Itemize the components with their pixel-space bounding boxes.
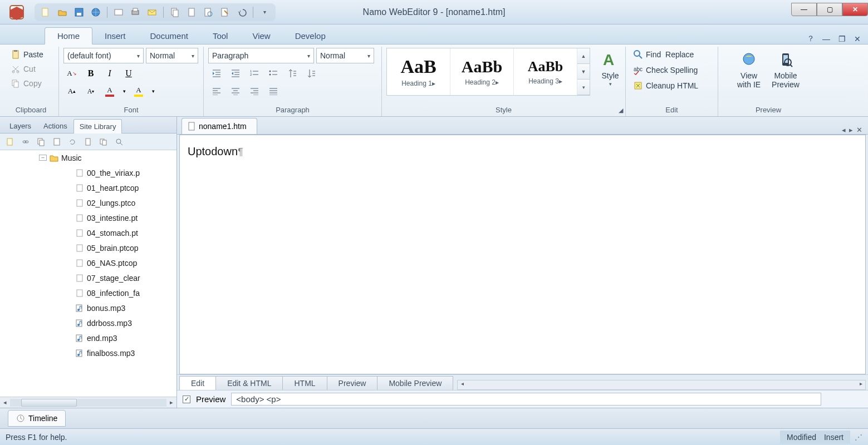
print-icon[interactable] <box>127 4 143 20</box>
mobile-preview-button[interactable]: Mobile Preview <box>768 48 803 91</box>
style-dialog-launcher-icon[interactable]: ◢ <box>619 107 623 114</box>
style-button[interactable]: A Style ▾ <box>597 48 624 89</box>
font-family-combo[interactable]: (default font)▾ <box>63 48 144 63</box>
tree-file[interactable]: 00_the_viriax.p <box>0 165 176 180</box>
lib-new-icon[interactable] <box>3 135 17 149</box>
multi-doc-icon[interactable] <box>167 4 183 20</box>
style-scroll-up-icon[interactable]: ▲ <box>577 48 590 64</box>
paragraph-size-combo[interactable]: Normal▾ <box>316 48 374 63</box>
mode-tab-html[interactable]: HTML <box>282 376 327 390</box>
style-heading2[interactable]: AaBb Heading 2▸ <box>450 48 514 95</box>
open-icon[interactable] <box>55 4 70 20</box>
indent-icon[interactable] <box>227 66 244 81</box>
single-doc-icon[interactable] <box>184 4 199 20</box>
bold-icon[interactable]: B <box>82 66 99 81</box>
highlight-caret-icon[interactable]: ▾ <box>149 83 157 99</box>
align-center-icon[interactable] <box>227 83 244 99</box>
copy-button[interactable]: Copy <box>8 77 44 90</box>
tab-next-icon[interactable]: ▸ <box>849 126 853 134</box>
lib-copy-icon[interactable] <box>35 135 48 149</box>
mode-tab-edit[interactable]: Edit <box>179 376 216 390</box>
dom-breadcrumb[interactable]: <body> <p> <box>231 393 821 406</box>
mode-tab-edit-html[interactable]: Edit & HTML <box>215 376 283 390</box>
mdi-minimize-icon[interactable]: — <box>821 34 831 44</box>
style-scroll-down-icon[interactable]: ▼ <box>577 64 590 80</box>
ribbon-tab-document[interactable]: Document <box>138 28 200 44</box>
help-icon[interactable]: ？ <box>806 34 816 44</box>
document-tab[interactable]: noname1.htm <box>182 118 257 134</box>
cleanup-html-button[interactable]: Cleanup HTML <box>630 79 700 92</box>
tree-file[interactable]: finalboss.mp3 <box>0 345 176 360</box>
lib-docs-icon[interactable] <box>97 135 110 149</box>
mdi-close-icon[interactable]: ✕ <box>852 34 862 44</box>
ribbon-tab-home[interactable]: Home <box>45 27 92 44</box>
grow-font-icon[interactable]: A▴ <box>63 83 80 99</box>
tree-folder-music[interactable]: − Music <box>0 150 176 165</box>
lib-doc-icon[interactable] <box>81 135 95 149</box>
bullet-list-icon[interactable] <box>265 66 282 81</box>
edit-doc-icon[interactable] <box>217 4 233 20</box>
lib-paste-icon[interactable] <box>50 135 63 149</box>
style-heading3[interactable]: AaBb Heading 3▸ <box>514 48 577 95</box>
tree-file[interactable]: 05_brain.ptcop <box>0 240 176 255</box>
lib-refresh-icon[interactable] <box>66 135 79 149</box>
scroll-thumb[interactable] <box>21 399 77 407</box>
find-doc-icon[interactable] <box>200 4 216 20</box>
scroll-right-icon[interactable]: ▸ <box>166 399 176 406</box>
tab-close-icon[interactable]: ✕ <box>856 126 862 134</box>
align-right-icon[interactable] <box>246 83 263 99</box>
tree-file[interactable]: 02_lungs.ptco <box>0 195 176 210</box>
save-icon[interactable] <box>71 4 87 20</box>
panel-tab-site-library[interactable]: Site Library <box>73 119 122 134</box>
collapse-icon[interactable]: − <box>39 155 47 161</box>
italic-icon[interactable]: I <box>101 66 118 81</box>
highlight-icon[interactable]: A <box>130 83 147 99</box>
view-with-ie-button[interactable]: View with IE <box>734 48 764 91</box>
tree-hscrollbar[interactable]: ◂ ▸ <box>0 397 176 408</box>
lib-link-icon[interactable] <box>19 135 32 149</box>
mdi-restore-icon[interactable]: ❐ <box>837 34 847 44</box>
panel-tab-actions[interactable]: Actions <box>37 118 73 133</box>
shrink-font-icon[interactable]: A▾ <box>82 83 99 99</box>
file-tree[interactable]: − Music 00_the_viriax.p01_heart.ptcop02_… <box>0 150 176 397</box>
new-icon[interactable] <box>38 4 53 20</box>
ribbon-tab-view[interactable]: View <box>240 28 282 44</box>
paste-button[interactable]: Paste <box>8 48 46 61</box>
document-text[interactable]: Uptodown <box>188 145 238 157</box>
tree-file[interactable]: 03_intestine.pt <box>0 210 176 225</box>
ribbon-tab-tool[interactable]: Tool <box>200 28 241 44</box>
find-replace-button[interactable]: Find Replace <box>630 48 696 61</box>
line-spacing-down-icon[interactable] <box>303 66 320 81</box>
spell-check-button[interactable]: abc Check Spelling <box>630 63 700 77</box>
mode-tab-mobile-preview[interactable]: Mobile Preview <box>377 376 453 390</box>
tree-file[interactable]: ddrboss.mp3 <box>0 315 176 330</box>
editor-canvas[interactable]: Uptodown¶ <box>179 135 866 374</box>
close-button[interactable]: ✕ <box>842 3 868 16</box>
qat-dropdown-icon[interactable]: ▾ <box>257 4 272 20</box>
tree-file[interactable]: 06_NAS.ptcop <box>0 255 176 270</box>
font-color-caret-icon[interactable]: ▾ <box>120 83 128 99</box>
tree-file[interactable]: 01_heart.ptcop <box>0 180 176 195</box>
minimize-button[interactable]: — <box>791 3 817 16</box>
ribbon-tab-develop[interactable]: Develop <box>283 28 338 44</box>
font-color-icon[interactable]: A <box>101 83 118 99</box>
tree-file[interactable]: end.mp3 <box>0 330 176 345</box>
browser-icon[interactable] <box>88 4 104 20</box>
clear-format-icon[interactable]: A↘ <box>63 66 80 81</box>
lib-search-icon[interactable] <box>112 135 126 149</box>
underline-icon[interactable]: U <box>120 66 137 81</box>
editor-hscrollbar[interactable]: ◂ ▸ <box>457 380 866 390</box>
outdent-icon[interactable] <box>208 66 225 81</box>
tree-file[interactable]: 08_infection_fa <box>0 285 176 300</box>
align-left-icon[interactable] <box>208 83 225 99</box>
line-spacing-up-icon[interactable] <box>284 66 301 81</box>
undo-icon[interactable] <box>234 4 249 20</box>
numbered-list-icon[interactable]: 12 <box>246 66 263 81</box>
resize-grip-icon[interactable]: ⋰ <box>855 433 862 442</box>
tree-file[interactable]: 04_stomach.pt <box>0 225 176 240</box>
preview-checkbox[interactable]: ✓ <box>183 395 190 403</box>
font-size-combo[interactable]: Normal▾ <box>146 48 198 63</box>
tab-prev-icon[interactable]: ◂ <box>842 126 846 134</box>
timeline-tab[interactable]: Timeline <box>8 410 66 427</box>
tree-file[interactable]: bonus.mp3 <box>0 300 176 315</box>
